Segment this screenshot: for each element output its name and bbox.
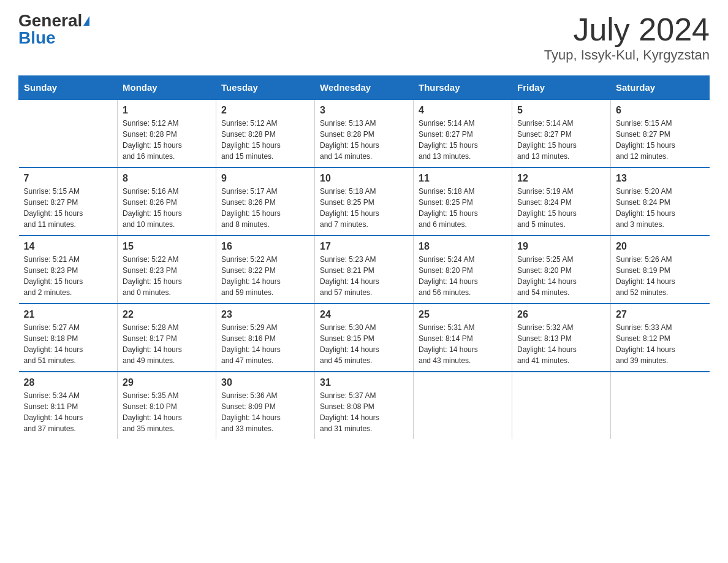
header-tuesday: Tuesday xyxy=(216,76,315,100)
table-row: 29Sunrise: 5:35 AM Sunset: 8:10 PM Dayli… xyxy=(118,372,216,439)
day-number: 18 xyxy=(419,241,507,252)
table-row: 30Sunrise: 5:36 AM Sunset: 8:09 PM Dayli… xyxy=(216,372,315,439)
day-info: Sunrise: 5:14 AM Sunset: 8:27 PM Dayligh… xyxy=(517,118,605,162)
day-info: Sunrise: 5:14 AM Sunset: 8:27 PM Dayligh… xyxy=(419,118,507,162)
logo-general-text: General xyxy=(18,12,82,29)
page-header: General Blue July 2024 Tyup, Issyk-Kul, … xyxy=(18,12,710,63)
calendar-body: 1Sunrise: 5:12 AM Sunset: 8:28 PM Daylig… xyxy=(19,99,710,439)
table-row: 4Sunrise: 5:14 AM Sunset: 8:27 PM Daylig… xyxy=(414,99,512,167)
day-number: 7 xyxy=(24,173,113,184)
day-info: Sunrise: 5:28 AM Sunset: 8:17 PM Dayligh… xyxy=(123,322,211,366)
logo-blue-text: Blue xyxy=(18,29,56,47)
header-friday: Friday xyxy=(512,76,611,100)
day-number: 20 xyxy=(616,241,705,252)
page-title: July 2024 xyxy=(544,12,710,47)
day-info: Sunrise: 5:15 AM Sunset: 8:27 PM Dayligh… xyxy=(616,118,705,162)
day-number: 17 xyxy=(320,241,408,252)
table-row: 8Sunrise: 5:16 AM Sunset: 8:26 PM Daylig… xyxy=(118,167,216,236)
day-info: Sunrise: 5:27 AM Sunset: 8:18 PM Dayligh… xyxy=(24,322,113,366)
logo: General Blue xyxy=(18,12,89,47)
table-row: 13Sunrise: 5:20 AM Sunset: 8:24 PM Dayli… xyxy=(611,167,710,236)
table-row: 6Sunrise: 5:15 AM Sunset: 8:27 PM Daylig… xyxy=(611,99,710,167)
day-info: Sunrise: 5:34 AM Sunset: 8:11 PM Dayligh… xyxy=(24,390,113,434)
day-info: Sunrise: 5:30 AM Sunset: 8:15 PM Dayligh… xyxy=(320,322,408,366)
day-info: Sunrise: 5:37 AM Sunset: 8:08 PM Dayligh… xyxy=(320,390,408,434)
day-number: 12 xyxy=(517,173,605,184)
table-row: 1Sunrise: 5:12 AM Sunset: 8:28 PM Daylig… xyxy=(118,99,216,167)
day-info: Sunrise: 5:32 AM Sunset: 8:13 PM Dayligh… xyxy=(517,322,605,366)
table-row: 22Sunrise: 5:28 AM Sunset: 8:17 PM Dayli… xyxy=(118,304,216,372)
day-number: 1 xyxy=(123,105,211,116)
table-row: 12Sunrise: 5:19 AM Sunset: 8:24 PM Dayli… xyxy=(512,167,611,236)
day-info: Sunrise: 5:29 AM Sunset: 8:16 PM Dayligh… xyxy=(221,322,309,366)
table-row: 21Sunrise: 5:27 AM Sunset: 8:18 PM Dayli… xyxy=(19,304,118,372)
table-row: 25Sunrise: 5:31 AM Sunset: 8:14 PM Dayli… xyxy=(414,304,512,372)
day-number: 24 xyxy=(320,309,408,320)
day-info: Sunrise: 5:33 AM Sunset: 8:12 PM Dayligh… xyxy=(616,322,705,366)
day-info: Sunrise: 5:35 AM Sunset: 8:10 PM Dayligh… xyxy=(123,390,211,434)
day-info: Sunrise: 5:22 AM Sunset: 8:23 PM Dayligh… xyxy=(123,254,211,298)
table-row: 16Sunrise: 5:22 AM Sunset: 8:22 PM Dayli… xyxy=(216,236,315,304)
calendar-week-4: 21Sunrise: 5:27 AM Sunset: 8:18 PM Dayli… xyxy=(19,304,710,372)
day-info: Sunrise: 5:17 AM Sunset: 8:26 PM Dayligh… xyxy=(221,186,309,230)
day-number: 30 xyxy=(221,377,309,388)
header-monday: Monday xyxy=(118,76,216,100)
table-row: 11Sunrise: 5:18 AM Sunset: 8:25 PM Dayli… xyxy=(414,167,512,236)
day-info: Sunrise: 5:12 AM Sunset: 8:28 PM Dayligh… xyxy=(123,118,211,162)
day-number: 23 xyxy=(221,309,309,320)
table-row: 19Sunrise: 5:25 AM Sunset: 8:20 PM Dayli… xyxy=(512,236,611,304)
table-row: 15Sunrise: 5:22 AM Sunset: 8:23 PM Dayli… xyxy=(118,236,216,304)
table-row: 27Sunrise: 5:33 AM Sunset: 8:12 PM Dayli… xyxy=(611,304,710,372)
day-info: Sunrise: 5:20 AM Sunset: 8:24 PM Dayligh… xyxy=(616,186,705,230)
day-number: 25 xyxy=(419,309,507,320)
calendar-week-2: 7Sunrise: 5:15 AM Sunset: 8:27 PM Daylig… xyxy=(19,167,710,236)
table-row: 24Sunrise: 5:30 AM Sunset: 8:15 PM Dayli… xyxy=(315,304,414,372)
header-wednesday: Wednesday xyxy=(315,76,414,100)
table-row: 18Sunrise: 5:24 AM Sunset: 8:20 PM Dayli… xyxy=(414,236,512,304)
logo-triangle-icon xyxy=(83,16,89,26)
table-row: 26Sunrise: 5:32 AM Sunset: 8:13 PM Dayli… xyxy=(512,304,611,372)
day-number: 5 xyxy=(517,105,605,116)
day-info: Sunrise: 5:23 AM Sunset: 8:21 PM Dayligh… xyxy=(320,254,408,298)
table-row xyxy=(19,99,118,167)
day-info: Sunrise: 5:16 AM Sunset: 8:26 PM Dayligh… xyxy=(123,186,211,230)
day-info: Sunrise: 5:25 AM Sunset: 8:20 PM Dayligh… xyxy=(517,254,605,298)
table-row: 10Sunrise: 5:18 AM Sunset: 8:25 PM Dayli… xyxy=(315,167,414,236)
table-row xyxy=(414,372,512,439)
header-sunday: Sunday xyxy=(19,76,118,100)
table-row: 28Sunrise: 5:34 AM Sunset: 8:11 PM Dayli… xyxy=(19,372,118,439)
day-number: 8 xyxy=(123,173,211,184)
table-row: 7Sunrise: 5:15 AM Sunset: 8:27 PM Daylig… xyxy=(19,167,118,236)
day-number: 27 xyxy=(616,309,705,320)
table-row: 31Sunrise: 5:37 AM Sunset: 8:08 PM Dayli… xyxy=(315,372,414,439)
day-number: 14 xyxy=(24,241,113,252)
day-info: Sunrise: 5:22 AM Sunset: 8:22 PM Dayligh… xyxy=(221,254,309,298)
table-row: 2Sunrise: 5:12 AM Sunset: 8:28 PM Daylig… xyxy=(216,99,315,167)
table-row: 20Sunrise: 5:26 AM Sunset: 8:19 PM Dayli… xyxy=(611,236,710,304)
day-number: 31 xyxy=(320,377,408,388)
day-number: 3 xyxy=(320,105,408,116)
table-row: 5Sunrise: 5:14 AM Sunset: 8:27 PM Daylig… xyxy=(512,99,611,167)
day-number: 15 xyxy=(123,241,211,252)
day-number: 9 xyxy=(221,173,309,184)
table-row: 14Sunrise: 5:21 AM Sunset: 8:23 PM Dayli… xyxy=(19,236,118,304)
title-section: July 2024 Tyup, Issyk-Kul, Kyrgyzstan xyxy=(544,12,710,63)
table-row: 9Sunrise: 5:17 AM Sunset: 8:26 PM Daylig… xyxy=(216,167,315,236)
day-info: Sunrise: 5:21 AM Sunset: 8:23 PM Dayligh… xyxy=(24,254,113,298)
day-number: 21 xyxy=(24,309,113,320)
day-info: Sunrise: 5:13 AM Sunset: 8:28 PM Dayligh… xyxy=(320,118,408,162)
day-info: Sunrise: 5:15 AM Sunset: 8:27 PM Dayligh… xyxy=(24,186,113,230)
day-number: 4 xyxy=(419,105,507,116)
table-row: 23Sunrise: 5:29 AM Sunset: 8:16 PM Dayli… xyxy=(216,304,315,372)
table-row xyxy=(611,372,710,439)
table-row xyxy=(512,372,611,439)
day-number: 6 xyxy=(616,105,705,116)
calendar-week-1: 1Sunrise: 5:12 AM Sunset: 8:28 PM Daylig… xyxy=(19,99,710,167)
table-row: 17Sunrise: 5:23 AM Sunset: 8:21 PM Dayli… xyxy=(315,236,414,304)
page-subtitle: Tyup, Issyk-Kul, Kyrgyzstan xyxy=(544,47,710,63)
day-number: 19 xyxy=(517,241,605,252)
day-info: Sunrise: 5:24 AM Sunset: 8:20 PM Dayligh… xyxy=(419,254,507,298)
calendar-header-row: SundayMondayTuesdayWednesdayThursdayFrid… xyxy=(19,76,710,100)
day-number: 10 xyxy=(320,173,408,184)
day-number: 16 xyxy=(221,241,309,252)
